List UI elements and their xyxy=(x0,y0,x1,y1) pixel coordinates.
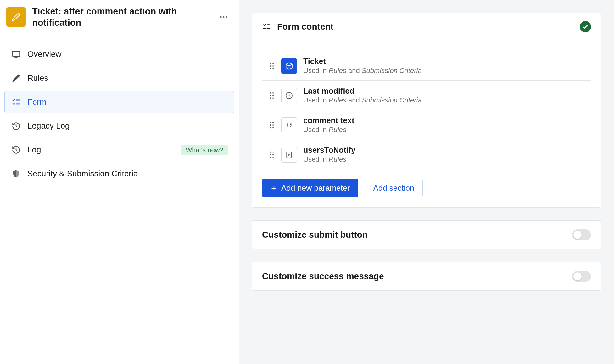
ellipsis-icon xyxy=(219,12,228,22)
parameter-title: Ticket xyxy=(303,57,422,66)
svg-point-33 xyxy=(270,154,271,155)
drag-handle[interactable] xyxy=(269,92,275,99)
clock-icon xyxy=(281,88,297,103)
svg-point-20 xyxy=(270,95,271,96)
more-menu-button[interactable] xyxy=(216,9,231,25)
svg-point-30 xyxy=(272,127,274,128)
nav-item-log[interactable]: Log What's new? xyxy=(4,139,234,161)
button-row: Add new parameter Add section xyxy=(262,179,591,197)
plus-icon xyxy=(271,185,277,192)
nav-item-legacy-log[interactable]: Legacy Log xyxy=(4,115,234,137)
svg-point-31 xyxy=(270,151,271,152)
parameter-text: Ticket Used in Rules and Submission Crit… xyxy=(303,57,422,75)
svg-point-21 xyxy=(272,95,274,96)
svg-point-2 xyxy=(226,16,227,18)
parameter-row[interactable]: Ticket Used in Rules and Submission Crit… xyxy=(262,51,591,81)
button-label: Add new parameter xyxy=(281,184,350,193)
svg-point-14 xyxy=(270,65,271,66)
form-icon xyxy=(11,97,21,107)
svg-point-25 xyxy=(270,122,271,123)
main-content: Form content Tick xyxy=(239,0,614,364)
svg-point-19 xyxy=(272,92,274,93)
panel-header: Form content xyxy=(252,13,601,41)
parameter-subtitle: Used in Rules xyxy=(303,126,354,134)
nav-item-label: Overview xyxy=(27,49,228,59)
parameter-title: Last modified xyxy=(303,86,422,96)
panel-title: Customize success message xyxy=(262,271,384,281)
parameter-title: usersToNotify xyxy=(303,146,355,155)
svg-point-16 xyxy=(270,68,271,69)
svg-point-32 xyxy=(272,151,274,152)
nav-item-label: Legacy Log xyxy=(27,121,228,131)
drag-handle[interactable] xyxy=(269,151,275,158)
panel-body: Ticket Used in Rules and Submission Crit… xyxy=(252,41,601,207)
array-icon xyxy=(281,147,297,163)
customize-success-toggle[interactable] xyxy=(572,271,591,282)
svg-point-26 xyxy=(272,122,274,123)
sidebar-nav: Overview Rules Form Legacy Log xyxy=(0,36,239,194)
svg-point-15 xyxy=(272,65,274,66)
svg-point-23 xyxy=(272,97,274,99)
parameter-subtitle: Used in Rules and Submission Criteria xyxy=(303,96,422,104)
customize-success-panel: Customize success message xyxy=(252,262,601,291)
svg-point-35 xyxy=(270,157,271,158)
form-icon xyxy=(262,22,271,31)
svg-point-29 xyxy=(270,127,271,128)
parameter-row[interactable]: usersToNotify Used in Rules xyxy=(262,140,591,169)
svg-point-18 xyxy=(270,92,271,93)
status-check-icon xyxy=(580,21,591,32)
svg-point-13 xyxy=(272,63,274,64)
parameter-text: usersToNotify Used in Rules xyxy=(303,146,355,163)
svg-point-36 xyxy=(272,157,274,158)
parameter-subtitle: Used in Rules xyxy=(303,155,355,163)
customize-submit-toggle[interactable] xyxy=(572,229,591,240)
nav-item-label: Log xyxy=(27,145,175,155)
nav-item-overview[interactable]: Overview xyxy=(4,43,234,65)
action-icon xyxy=(6,7,26,27)
drag-handle[interactable] xyxy=(269,63,275,69)
quote-icon xyxy=(281,117,297,133)
svg-point-0 xyxy=(220,16,222,18)
panel-title: Customize submit button xyxy=(262,230,368,240)
object-icon xyxy=(281,58,297,74)
form-parameter-list: Ticket Used in Rules and Submission Crit… xyxy=(262,51,591,169)
button-label: Add section xyxy=(373,184,414,193)
parameter-row[interactable]: comment text Used in Rules xyxy=(262,110,591,140)
panel-title: Form content xyxy=(277,22,574,32)
customize-submit-panel: Customize submit button xyxy=(252,220,601,249)
svg-point-12 xyxy=(270,63,271,64)
nav-item-form[interactable]: Form xyxy=(4,91,234,113)
history-icon xyxy=(11,121,21,131)
nav-item-security[interactable]: Security & Submission Criteria xyxy=(4,163,234,185)
whats-new-badge[interactable]: What's new? xyxy=(181,145,228,155)
svg-rect-3 xyxy=(12,51,20,56)
form-content-panel: Form content Tick xyxy=(252,13,601,208)
parameter-row[interactable]: Last modified Used in Rules and Submissi… xyxy=(262,81,591,110)
parameter-text: Last modified Used in Rules and Submissi… xyxy=(303,86,422,104)
svg-point-34 xyxy=(272,154,274,155)
sidebar: Ticket: after comment action with notifi… xyxy=(0,0,239,364)
svg-point-27 xyxy=(270,124,271,125)
pencil-icon xyxy=(11,73,21,83)
monitor-icon xyxy=(11,49,21,59)
nav-item-rules[interactable]: Rules xyxy=(4,67,234,89)
svg-point-17 xyxy=(272,68,274,69)
add-parameter-button[interactable]: Add new parameter xyxy=(262,179,358,197)
svg-point-22 xyxy=(270,97,271,99)
svg-point-28 xyxy=(272,124,274,125)
nav-item-label: Form xyxy=(27,97,228,107)
page-title: Ticket: after comment action with notifi… xyxy=(32,6,210,29)
parameter-text: comment text Used in Rules xyxy=(303,116,354,134)
toggle-knob xyxy=(573,230,582,239)
history-icon xyxy=(11,145,21,155)
sidebar-header: Ticket: after comment action with notifi… xyxy=(0,0,239,36)
add-section-button[interactable]: Add section xyxy=(365,179,423,197)
parameter-title: comment text xyxy=(303,116,354,125)
parameter-subtitle: Used in Rules and Submission Criteria xyxy=(303,67,422,75)
nav-item-label: Security & Submission Criteria xyxy=(27,169,228,179)
shield-icon xyxy=(11,169,21,179)
nav-item-label: Rules xyxy=(27,73,228,83)
drag-handle[interactable] xyxy=(269,122,275,129)
svg-point-1 xyxy=(223,16,225,18)
toggle-knob xyxy=(573,272,582,281)
